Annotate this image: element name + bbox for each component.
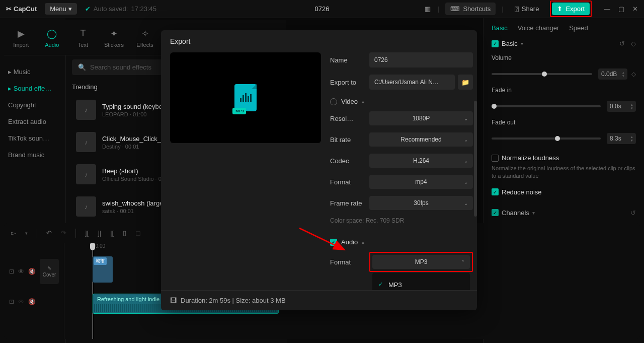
chevron-down-icon[interactable]: ▾ xyxy=(532,210,535,216)
lock-icon[interactable]: ⊡ xyxy=(9,268,14,275)
autosave-time: 17:23:45 xyxy=(131,5,156,13)
value-text: 0.0s xyxy=(610,103,621,110)
export-button[interactable]: ⬆ Export xyxy=(552,3,590,15)
value-text: 0.0dB xyxy=(601,71,617,78)
visibility-icon[interactable]: 👁 xyxy=(18,298,24,305)
field-label: Export to xyxy=(330,79,369,86)
normalize-desc: Normalize the original loudness of the s… xyxy=(492,165,636,180)
checkbox-checked-icon[interactable]: ✓ xyxy=(492,188,499,195)
app-name: CapCut xyxy=(14,5,37,13)
tab-stickers[interactable]: ✦Stickers xyxy=(99,20,129,55)
checkbox-unchecked-icon[interactable] xyxy=(492,155,499,162)
import-icon: ▶ xyxy=(15,28,27,40)
export-dialog: Export .MP3 Name Export to 📁 xyxy=(161,30,477,310)
tab-label: Audio xyxy=(45,42,59,48)
codec-select[interactable]: H.264⌄ xyxy=(369,154,473,168)
volume-value[interactable]: 0.0dB▴▾ xyxy=(598,68,627,80)
tab-text[interactable]: TText xyxy=(68,20,98,55)
edit-icon: ✎ xyxy=(47,265,51,271)
tab-basic[interactable]: Basic xyxy=(492,24,508,32)
chevron-up-icon: ⌃ xyxy=(461,259,465,265)
chevron-down-icon: ⌄ xyxy=(464,179,468,185)
chevron-down-icon[interactable]: ▾ xyxy=(521,41,523,46)
tab-effects[interactable]: ✧Effects xyxy=(130,20,160,55)
mute-icon[interactable]: 🔇 xyxy=(28,268,36,275)
export-name-input[interactable] xyxy=(369,52,473,67)
project-title[interactable]: 0726 xyxy=(315,5,330,13)
fadeout-value[interactable]: 8.3s▴▾ xyxy=(607,133,636,144)
audio-icon: ◯ xyxy=(46,28,58,40)
split-icon[interactable]: ][ xyxy=(85,229,89,237)
autosave-status: ✔ Auto saved: 17:23:45 xyxy=(85,5,156,13)
scrollbar[interactable] xyxy=(474,101,477,217)
stickers-icon: ✦ xyxy=(108,28,120,40)
video-toggle-icon[interactable] xyxy=(330,98,337,105)
sidebar-item-tiktok-sounds[interactable]: TikTok soun… xyxy=(3,130,62,147)
resolution-select[interactable]: 1080P⌄ xyxy=(369,111,473,125)
shortcuts-button[interactable]: ⌨ Shortcuts xyxy=(445,3,496,15)
effects-icon: ✧ xyxy=(139,28,151,40)
volume-slider[interactable] xyxy=(492,73,592,75)
sidebar-item-brand-music[interactable]: Brand music xyxy=(3,147,62,163)
cover-button[interactable]: ✎ Cover xyxy=(40,259,59,284)
checkbox-checked-icon[interactable]: ✓ xyxy=(492,40,499,47)
mute-icon[interactable]: 🔇 xyxy=(28,298,36,305)
video-clip[interactable]: 城市 xyxy=(93,256,113,283)
undo-icon[interactable]: ↶ xyxy=(46,229,52,237)
share-button[interactable]: ⍰ Share xyxy=(510,3,544,15)
audio-format-select[interactable]: MP3 ⌃ xyxy=(372,255,470,269)
section-label: Video xyxy=(341,98,358,105)
lock-icon[interactable]: ⊡ xyxy=(9,298,14,305)
minimize-icon[interactable]: — xyxy=(604,5,610,13)
sidebar-item-copyright[interactable]: Copyright xyxy=(3,97,62,113)
delete-icon[interactable]: ▯ xyxy=(123,229,126,237)
fadeout-slider[interactable] xyxy=(492,138,601,140)
sidebar-label: Brand music xyxy=(8,151,44,159)
split-right-icon[interactable]: |[ xyxy=(110,229,114,237)
format-option-mp3[interactable]: MP3 xyxy=(372,276,470,290)
sidebar-label: Extract audio xyxy=(8,118,46,125)
tab-audio[interactable]: ◯Audio xyxy=(37,20,67,55)
checkbox-checked-icon[interactable]: ✓ xyxy=(492,209,499,216)
tab-label: Effects xyxy=(136,42,153,48)
sidebar-item-extract-audio[interactable]: Extract audio xyxy=(3,113,62,130)
tab-import[interactable]: ▶Import xyxy=(6,20,36,55)
browse-folder-button[interactable]: 📁 xyxy=(458,75,473,90)
more-icon[interactable]: ◻ xyxy=(135,229,141,237)
field-label: Resol… xyxy=(330,115,369,122)
annotation-arrow xyxy=(297,226,357,261)
split-left-icon[interactable]: ]| xyxy=(98,229,101,237)
undo-icon[interactable]: ↺ xyxy=(630,209,636,217)
music-note-icon: ♪ xyxy=(76,196,96,217)
autosave-label: Auto saved: xyxy=(94,5,128,13)
close-icon[interactable]: ✕ xyxy=(632,5,638,13)
keyframe-icon[interactable]: ◇ xyxy=(631,40,636,47)
chevron-up-icon[interactable]: ▴ xyxy=(362,239,364,245)
visibility-icon[interactable]: 👁 xyxy=(18,268,24,275)
export-path-input[interactable] xyxy=(369,75,455,90)
tab-voice-changer[interactable]: Voice changer xyxy=(518,24,559,32)
video-format-select[interactable]: mp4⌄ xyxy=(369,175,473,189)
fadein-value[interactable]: 0.0s▴▾ xyxy=(607,101,636,112)
framerate-select[interactable]: 30fps⌄ xyxy=(369,196,473,210)
layout-icon[interactable]: ▥ xyxy=(424,5,432,13)
shortcuts-label: Shortcuts xyxy=(463,5,491,13)
tab-speed[interactable]: Speed xyxy=(569,24,588,32)
bitrate-select[interactable]: Recommended⌄ xyxy=(369,132,473,147)
undo-icon[interactable]: ↺ xyxy=(619,40,625,47)
keyframe-icon[interactable]: ◇ xyxy=(631,71,636,78)
dialog-title: Export xyxy=(161,30,477,52)
volume-label: Volume xyxy=(492,54,522,61)
text-icon: T xyxy=(77,28,89,40)
pointer-tool-icon[interactable]: ▻ xyxy=(11,229,16,237)
chevron-up-icon[interactable]: ▴ xyxy=(362,99,364,104)
sidebar-item-music[interactable]: ▸ Music xyxy=(3,63,62,80)
tab-label: Import xyxy=(13,42,29,48)
sidebar-item-sound-effects[interactable]: ▸ Sound effe… xyxy=(3,80,62,97)
fadein-slider[interactable] xyxy=(492,105,601,107)
maximize-icon[interactable]: ▢ xyxy=(618,5,624,13)
chevron-down-icon[interactable]: ▾ xyxy=(25,231,28,236)
chevron-down-icon: ⌄ xyxy=(464,137,468,143)
menu-button[interactable]: Menu ▾ xyxy=(45,3,77,15)
redo-icon[interactable]: ↷ xyxy=(61,229,66,237)
